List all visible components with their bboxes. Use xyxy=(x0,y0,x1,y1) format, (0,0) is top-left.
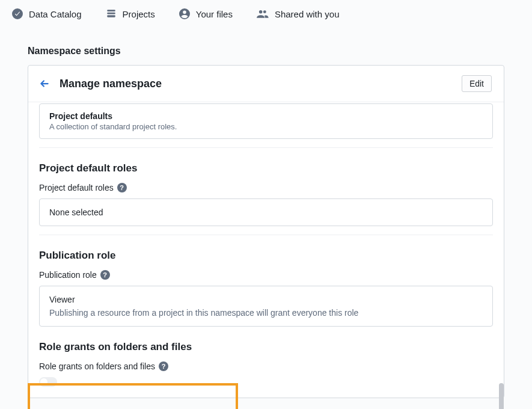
panel-title: Manage namespace xyxy=(60,78,162,90)
help-icon[interactable]: ? xyxy=(100,270,110,280)
nav-shared[interactable]: Shared with you xyxy=(257,8,340,19)
back-button[interactable] xyxy=(39,78,50,89)
project-roles-label: Project default roles xyxy=(39,183,114,192)
help-icon[interactable]: ? xyxy=(159,361,168,371)
svg-rect-2 xyxy=(107,15,115,17)
publication-label: Publication role xyxy=(39,270,97,280)
scrollbar-thumb xyxy=(499,383,504,409)
nav-label: Data Catalog xyxy=(29,9,82,19)
nav-label: Your files xyxy=(196,9,233,19)
svg-point-3 xyxy=(259,10,263,14)
check-circle-icon xyxy=(12,8,23,19)
nav-projects[interactable]: Projects xyxy=(106,8,155,19)
scrollbar[interactable] xyxy=(499,383,504,409)
publication-role-value: Viewer Publishing a resource from a proj… xyxy=(39,286,493,327)
nav-label: Shared with you xyxy=(275,9,340,19)
publication-role-name: Viewer xyxy=(49,295,483,304)
top-nav: Data Catalog Projects Your files Shared … xyxy=(0,0,532,28)
card-subtitle: A collection of standard project roles. xyxy=(49,122,483,131)
toggle-knob xyxy=(40,378,47,386)
stack-icon xyxy=(106,8,117,19)
page-title: Namespace settings xyxy=(28,28,504,65)
project-roles-value-text: None selected xyxy=(49,208,483,217)
role-grants-label: Role grants on folders and files xyxy=(39,361,155,371)
help-icon[interactable]: ? xyxy=(117,183,127,192)
project-roles-value: None selected xyxy=(39,198,493,226)
divider xyxy=(39,235,493,235)
user-circle-icon xyxy=(179,8,190,19)
role-grants-label-row: Role grants on folders and files ? xyxy=(39,361,493,371)
svg-point-4 xyxy=(263,10,266,13)
project-roles-label-row: Project default roles ? xyxy=(39,183,493,192)
svg-rect-1 xyxy=(107,13,115,14)
section-project-roles-heading: Project default roles xyxy=(39,162,493,174)
publication-label-row: Publication role ? xyxy=(39,270,493,280)
edit-button[interactable]: Edit xyxy=(462,75,492,92)
namespace-panel: Manage namespace Edit Project defaults A… xyxy=(28,65,504,398)
project-defaults-card: Project defaults A collection of standar… xyxy=(39,103,493,139)
users-icon xyxy=(257,8,269,19)
nav-data-catalog[interactable]: Data Catalog xyxy=(12,8,82,19)
nav-your-files[interactable]: Your files xyxy=(179,8,233,19)
panel-header: Manage namespace Edit xyxy=(28,66,504,102)
nav-label: Projects xyxy=(123,9,155,19)
divider xyxy=(39,147,493,148)
section-publication-heading: Publication role xyxy=(39,250,493,262)
svg-rect-0 xyxy=(107,10,115,11)
card-title: Project defaults xyxy=(49,111,483,121)
role-grants-toggle[interactable] xyxy=(39,377,57,387)
section-role-grants-heading: Role grants on folders and files xyxy=(39,341,493,353)
publication-role-desc: Publishing a resource from a project in … xyxy=(49,308,483,318)
